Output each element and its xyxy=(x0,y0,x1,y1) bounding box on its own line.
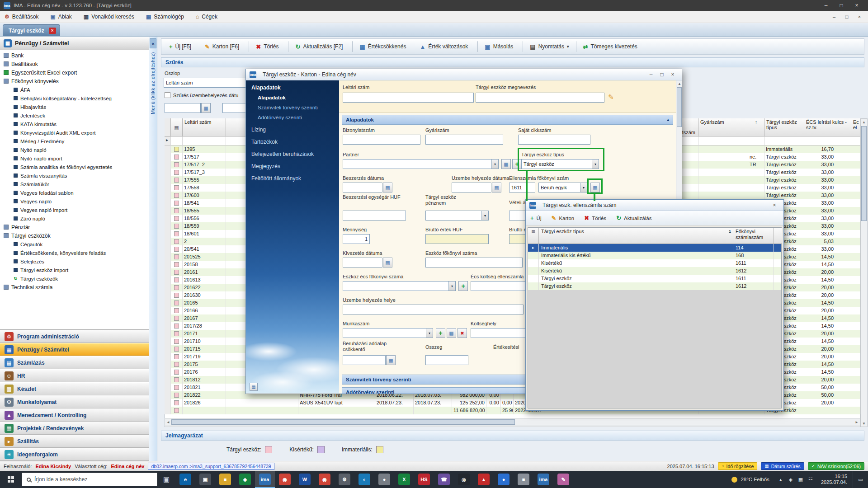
taskbar-app-icon[interactable]: W xyxy=(295,471,315,488)
taskbar-app-icon[interactable]: ◐ xyxy=(354,471,374,488)
beruhazasi-calendar-button[interactable] xyxy=(386,355,396,365)
toolbar-button[interactable]: ▦ Értékcsökkenés xyxy=(355,42,413,52)
module-item[interactable]: ▲ Menedzsment / Kontrolling xyxy=(0,408,149,422)
menu-item[interactable]: ▦ Számológép xyxy=(146,14,184,20)
tree-item[interactable]: ÁFA xyxy=(0,85,149,94)
tree-item[interactable]: Hibajavítás xyxy=(0,103,149,111)
tree-item[interactable]: Tárgyi eszközök xyxy=(0,231,149,240)
window-close-button[interactable]: × xyxy=(849,2,864,9)
taskbar-app-icon[interactable]: ◆ xyxy=(235,471,255,488)
toolbar-button[interactable] xyxy=(352,41,353,52)
taskbar-app-icon[interactable]: ▲ xyxy=(474,471,494,488)
partner-lookup-button[interactable] xyxy=(501,159,511,169)
menu-item[interactable]: ⌂ Cégek xyxy=(196,14,217,20)
karton-nav-item[interactable]: Lízing xyxy=(246,125,339,135)
eszkoz-fokonyvi-input[interactable] xyxy=(425,258,523,267)
toolbar-button[interactable]: ▲ Érték változások xyxy=(415,42,475,52)
module-item[interactable]: ▤ Számlázás xyxy=(0,356,149,369)
karton-nav-item[interactable]: Számviteli törvény szerinti xyxy=(246,103,339,113)
uzembe-datuma-input[interactable] xyxy=(452,183,491,192)
taskbar-app-icon[interactable]: ⚙ xyxy=(335,471,354,488)
toolbar-button[interactable] xyxy=(523,41,523,52)
column-header-tipus[interactable]: Tárgyi eszköz típus xyxy=(764,118,804,136)
taskbar-app-icon[interactable]: ■ xyxy=(215,471,235,488)
grid-row[interactable]: Immateriális kis értékű 168 xyxy=(528,252,781,259)
taskbar-app-icon[interactable]: ✎ xyxy=(553,471,573,488)
gyariszam-input[interactable] xyxy=(425,135,503,145)
tree-item[interactable]: Számla analitika és főkönyvi egyeztetés xyxy=(0,163,149,171)
filter-section-bar[interactable]: Szűrés xyxy=(161,57,864,67)
tab-targyi-eszkoz[interactable]: Tárgyi eszköz × xyxy=(3,24,60,36)
karton-nav-item[interactable]: Adótörvény szerinti xyxy=(246,113,339,122)
module-item[interactable]: ⚙ Program adminisztráció xyxy=(0,330,149,343)
tree-item[interactable]: Főkönyvi könyvelés xyxy=(0,77,149,85)
karton-dialog-titlebar[interactable]: ima Tárgyi eszköz - Karton - Edina cég n… xyxy=(246,69,682,80)
tree-item[interactable]: Záró napló xyxy=(0,214,149,223)
column-chooser-icon[interactable] xyxy=(171,118,183,136)
koltseghely-input[interactable] xyxy=(471,328,534,338)
uzembe-calendar-button[interactable] xyxy=(492,183,501,192)
toolbar-button[interactable]: ✎ Karton [F6] xyxy=(201,42,246,52)
tree-item[interactable]: Jelentések xyxy=(0,111,149,120)
column-header-extra[interactable] xyxy=(774,228,782,244)
beszerzes-datuma-input[interactable] xyxy=(343,183,382,192)
taskbar-app-icon[interactable]: ▣ xyxy=(195,471,215,488)
karton-nav-item[interactable]: Megjegyzés xyxy=(246,161,339,171)
column-header-leltari-szam[interactable]: Leltári szám xyxy=(183,118,226,136)
taskbar-app-icon[interactable]: ima xyxy=(255,471,275,488)
tab-close-button[interactable]: × xyxy=(49,28,56,34)
sort-indicator-icon[interactable]: ↑ xyxy=(748,118,764,136)
mdi-close-button[interactable]: × xyxy=(855,14,863,19)
grid-row[interactable]: Tárgyi eszköz 1612 xyxy=(528,282,781,290)
taskbar-app-icon[interactable]: ■ xyxy=(514,471,533,488)
megnevezes-input[interactable] xyxy=(476,93,604,103)
tree-item[interactable]: Beállítások xyxy=(0,60,149,68)
beszerzes-calendar-button[interactable] xyxy=(383,183,392,192)
tree-item[interactable]: Nyitó napló import xyxy=(0,154,149,163)
column-header-ec[interactable]: Ec el xyxy=(851,118,860,136)
munkaszam-select[interactable] xyxy=(343,328,433,338)
toolbar-button[interactable]: ✖ Törlés xyxy=(252,42,285,52)
toolbar-button[interactable]: ▣ Másolás xyxy=(481,42,520,52)
munkaszam-clear-button[interactable] xyxy=(458,328,467,338)
menu-item[interactable]: ▣ Ablak xyxy=(50,14,71,20)
eszkoz-ecs-add-button[interactable] xyxy=(458,281,468,291)
tree-item[interactable]: Pénztár xyxy=(0,223,149,231)
penznem-select[interactable] xyxy=(425,211,489,221)
taskbar-app-icon[interactable]: ● xyxy=(494,471,514,488)
toolbar-button[interactable]: + Új xyxy=(530,215,541,221)
taskbar-app-icon[interactable]: ◎ xyxy=(454,471,474,488)
grid-row[interactable]: Kisértékű 1612 xyxy=(528,267,781,275)
grid-row[interactable]: ▸ Immateriális 114 xyxy=(528,244,781,252)
toolbar-button[interactable] xyxy=(288,41,288,52)
tree-item[interactable]: Nyitó napló xyxy=(0,145,149,154)
collapse-arrow-icon[interactable]: ▴ xyxy=(667,117,669,122)
tree-item[interactable]: Behajtási költségátalány - kötelezettség xyxy=(0,94,149,103)
vertical-scrollbar[interactable]: ▲ ▼ xyxy=(860,118,868,427)
scrollbar-thumb[interactable] xyxy=(677,87,682,127)
tree-item[interactable]: Számlatükör xyxy=(0,180,149,188)
tray-icon[interactable]: ▴ xyxy=(776,477,786,483)
window-maximize-button[interactable]: □ xyxy=(834,2,849,9)
tree-item[interactable]: Vegyes feladási sablon xyxy=(0,188,149,197)
taskbar-search[interactable]: Írjon ide a kereséshez xyxy=(22,473,157,486)
tray-icon[interactable]: ◈ xyxy=(786,477,796,483)
taskbar-app-icon[interactable]: ima xyxy=(533,471,553,488)
dialog-close-button[interactable]: × xyxy=(667,71,678,78)
toolbar-button[interactable]: ✎ Karton xyxy=(551,215,574,221)
tree-item[interactable]: Selejtezés xyxy=(0,257,149,266)
ecs-koltseg-input[interactable] xyxy=(471,281,534,291)
toolbar-button[interactable]: ▤ Nyomtatás ▾ xyxy=(526,42,573,52)
module-item[interactable]: ▦ Pénzügy / Számvitel xyxy=(0,343,149,356)
munkaszam-lookup-button[interactable] xyxy=(447,328,456,338)
eszkoz-ecs-select[interactable] xyxy=(343,281,456,291)
module-item[interactable]: ☀ Idegenforgalom xyxy=(0,448,149,461)
toolbar-button[interactable]: ↻ Aktualizálás [F2] xyxy=(291,42,349,52)
column-header-ecs-kulcs[interactable]: ÉCS leírási kulcs - sz.tv. xyxy=(804,118,851,136)
tree-item[interactable]: Számla visszanyitás xyxy=(0,171,149,180)
task-view-button[interactable]: ▣ xyxy=(157,475,175,483)
dialog-bottom-tool-icon[interactable]: ▦ xyxy=(250,383,258,391)
module-item[interactable]: ☺ HR xyxy=(0,369,149,382)
kivezetes-input[interactable] xyxy=(343,258,382,267)
toolbar-button[interactable] xyxy=(576,41,576,52)
